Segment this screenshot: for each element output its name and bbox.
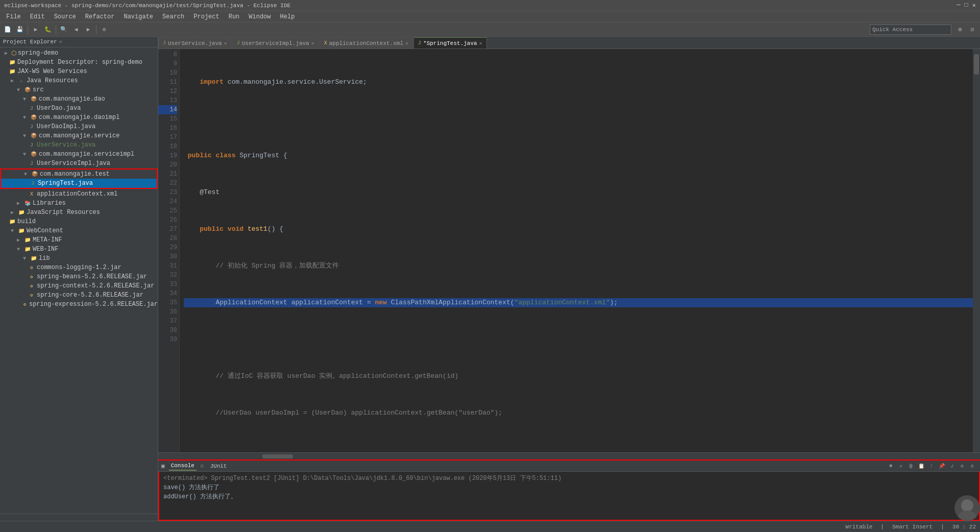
horiz-thumb[interactable] [262, 454, 293, 458]
package-icon: 📦 [30, 150, 38, 158]
console-settings[interactable]: ⚙ [968, 462, 977, 471]
tree-item-spring-beans[interactable]: ⚙ spring-beans-5.2.6.RELEASE.jar [0, 272, 158, 281]
close-button[interactable]: ✕ [972, 2, 976, 9]
tree-label: spring-demo [18, 50, 58, 57]
tree-item-jaxws[interactable]: 📁 JAX-WS Web Services [0, 67, 158, 76]
toolbar-new[interactable]: 📄 [2, 24, 13, 35]
tab-close[interactable]: ✕ [405, 40, 408, 46]
tab-close[interactable]: ✕ [479, 40, 482, 46]
folder-icon: 📁 [8, 67, 16, 76]
toolbar-perspective[interactable]: ⊞ [954, 24, 966, 35]
console-new[interactable]: ⊕ [958, 462, 967, 471]
tree-item-jsresources[interactable]: ▶ 📁 JavaScript Resources [0, 208, 158, 217]
tree-item-metainf[interactable]: ▶ 📁 META-INF [0, 235, 158, 245]
sidebar-scroll[interactable] [0, 514, 158, 521]
console-tab-junit[interactable]: JUnit [208, 462, 229, 470]
console-scroll[interactable]: ↕ [927, 462, 936, 471]
toolbar-run[interactable]: ▶ [30, 24, 41, 35]
console-copy[interactable]: 📋 [917, 462, 926, 471]
status-writable: Writable [846, 524, 873, 530]
menu-navigate[interactable]: Navigate [119, 12, 157, 21]
menu-project[interactable]: Project [189, 12, 223, 21]
editor-console-container: 8 9 10 11 12 13 14 15 16 17 18 19 20 21 … [158, 49, 980, 521]
tree-item-appcontext-xml[interactable]: X applicationContext.xml [0, 189, 158, 199]
console-output-line-2: addUser() 方法执行了。 [163, 492, 975, 501]
menu-source[interactable]: Source [50, 12, 80, 21]
toolbar-save[interactable]: 💾 [14, 24, 26, 35]
tree-label: spring-expression-5.2.6.RELEASE.jar [29, 301, 158, 308]
folder-icon: 📁 [8, 58, 16, 66]
console-remove[interactable]: ✕ [896, 462, 905, 471]
scrollbar-thumb[interactable] [974, 54, 979, 75]
tab-label: applicationContext.xml [329, 40, 403, 46]
tree-label: SpringTest.java [38, 180, 93, 187]
minimize-button[interactable]: ─ [957, 2, 960, 9]
menu-refactor[interactable]: Refactor [81, 12, 119, 21]
toolbar-forward[interactable]: ▶ [83, 24, 94, 35]
sidebar-close[interactable]: ✕ [59, 39, 62, 45]
tree-item-webinf[interactable]: ▼ 📁 WEB-INF [0, 245, 158, 254]
tree-item-pkg-daoimpl[interactable]: ▼ 📦 com.manongajie.daoimpl [0, 113, 158, 122]
tree-item-lib[interactable]: ▼ 📁 lib [0, 254, 158, 263]
toolbar-search[interactable]: 🔍 [58, 24, 69, 35]
console-pin[interactable]: 📌 [937, 462, 946, 471]
tree-item-src[interactable]: ▼ 📦 src [0, 85, 158, 94]
tree-item-spring-demo[interactable]: ▶ ⬡ spring-demo [0, 49, 158, 58]
tab-userserviceimpl[interactable]: J UserServiceImpl.java ✕ [232, 37, 319, 49]
toolbar-back[interactable]: ◀ [70, 24, 82, 35]
tree-label: Deployment Descriptor: spring-demo [17, 59, 142, 66]
tab-close[interactable]: ✕ [311, 40, 314, 46]
tab-springtest[interactable]: J *SpringTest.java ✕ [413, 37, 487, 49]
tree-item-userdaoimpl[interactable]: J UserDaoImpl.java [0, 122, 158, 131]
tree-item-springtest[interactable]: J SpringTest.java [1, 179, 157, 188]
tree-item-libraries[interactable]: ▶ 📚 Libraries [0, 199, 158, 208]
tree-item-userdao[interactable]: J UserDao.java [0, 104, 158, 113]
toolbar-prefs[interactable]: ⚙ [99, 24, 110, 35]
toolbar-perspective2[interactable]: ⊡ [967, 24, 978, 35]
code-content[interactable]: import com.manongajie.service.UserServic… [180, 49, 973, 452]
tree-item-commons[interactable]: ⚙ commons-logging-1.2.jar [0, 263, 158, 272]
toolbar-debug[interactable]: 🐛 [42, 24, 54, 35]
tree-label: UserService.java [37, 141, 95, 149]
quick-access-box[interactable]: Quick Access [870, 25, 951, 35]
tree-item-spring-context[interactable]: ⚙ spring-context-5.2.6.RELEASE.jar [0, 281, 158, 291]
tree-item-pkg-serviceimpl[interactable]: ▼ 📦 com.manongajie.serviceimpl [0, 150, 158, 159]
tree-item-userserviceimpl[interactable]: J UserServiceImpl.java [0, 159, 158, 168]
code-line-11: @Test [184, 188, 973, 197]
console-word-wrap[interactable]: ↲ [947, 462, 957, 471]
tree-item-deployment[interactable]: 📁 Deployment Descriptor: spring-demo [0, 58, 158, 67]
tree-item-pkg-test[interactable]: ▼ 📦 com.manongajie.test [1, 170, 157, 179]
tree-item-spring-core[interactable]: ⚙ spring-core-5.2.6.RELEASE.jar [0, 291, 158, 300]
tree-container[interactable]: ▶ ⬡ spring-demo 📁 Deployment Descriptor:… [0, 47, 158, 514]
menu-run[interactable]: Run [225, 12, 244, 21]
menu-help[interactable]: Help [276, 12, 299, 21]
console-tab-console[interactable]: Console [169, 462, 197, 471]
maximize-button[interactable]: □ [965, 2, 968, 9]
tree-item-java-resources[interactable]: ▶ ☕ Java Resources [0, 76, 158, 85]
tree-item-pkg-dao[interactable]: ▼ 📦 com.manongajie.dao [0, 94, 158, 104]
horiz-scroll[interactable] [158, 452, 980, 460]
menu-search[interactable]: Search [158, 12, 188, 21]
tree-label: WebContent [27, 227, 63, 234]
sidebar: Project Explorer ✕ ▶ ⬡ spring-demo 📁 Dep… [0, 37, 158, 521]
tab-userservice[interactable]: J UserService.java ✕ [158, 37, 232, 49]
expand-icon: ▶ [8, 208, 16, 216]
tab-close[interactable]: ✕ [224, 40, 227, 46]
tree-label: Java Resources [27, 77, 78, 84]
tree-label: WEB-INF [33, 246, 58, 253]
quick-access-label: Quick Access [872, 27, 913, 33]
tab-appcontext[interactable]: X applicationContext.xml ✕ [320, 37, 413, 49]
console-terminate[interactable]: ■ [886, 462, 895, 471]
toolbar: 📄 💾 ▶ 🐛 🔍 ◀ ▶ ⚙ Quick Access ⊞ ⊡ [0, 22, 980, 37]
tree-item-pkg-service[interactable]: ▼ 📦 com.manongajie.service [0, 131, 158, 140]
menu-file[interactable]: File [2, 12, 25, 21]
tree-item-spring-expr[interactable]: ⚙ spring-expression-5.2.6.RELEASE.jar [0, 300, 158, 309]
menu-window[interactable]: Window [244, 12, 275, 21]
menu-edit[interactable]: Edit [26, 12, 49, 21]
tree-item-webcontent[interactable]: ▼ 📁 WebContent [0, 226, 158, 235]
tree-item-build[interactable]: 📁 build [0, 217, 158, 226]
tree-item-userservice[interactable]: J UserService.java [0, 140, 158, 150]
tree-label: com.manongajie.daoimpl [39, 114, 119, 121]
editor-scrollbar[interactable] [973, 49, 980, 452]
console-clear[interactable]: 🗑 [906, 462, 916, 471]
